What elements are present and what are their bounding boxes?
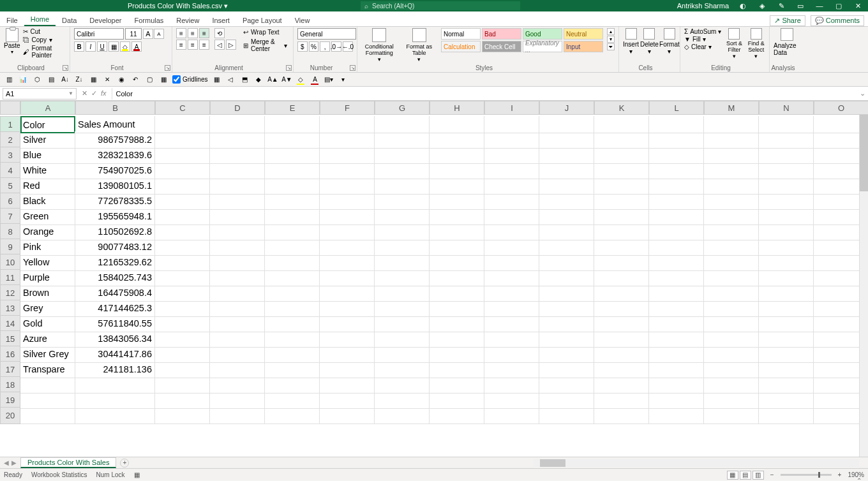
qat-btn-8[interactable]: ✕ xyxy=(102,75,112,85)
tab-file[interactable]: File xyxy=(0,15,24,26)
qat-btn-15[interactable]: ⬒ xyxy=(239,75,250,85)
cell[interactable] xyxy=(210,284,265,302)
delete-cells-button[interactable]: Delete▾ xyxy=(640,28,659,55)
percent-button[interactable]: % xyxy=(309,41,319,52)
cell[interactable] xyxy=(594,147,649,164)
cell[interactable] xyxy=(539,376,594,394)
conditional-formatting-button[interactable]: Conditional Formatting ▾ xyxy=(361,28,398,63)
cell[interactable] xyxy=(375,208,430,225)
clear-button[interactable]: ◇Clear ▾ xyxy=(684,43,721,50)
formula-input[interactable]: Color xyxy=(112,88,857,99)
cell[interactable] xyxy=(649,284,704,302)
style-explanatory[interactable]: Explanatory ... xyxy=(523,41,562,52)
style-bad[interactable]: Bad xyxy=(482,28,521,40)
align-bottom-button[interactable]: ≡ xyxy=(199,28,209,38)
cell[interactable] xyxy=(155,407,210,424)
cell[interactable] xyxy=(539,392,594,409)
cell[interactable] xyxy=(704,147,759,164)
cell[interactable] xyxy=(375,254,430,271)
cell[interactable] xyxy=(155,361,210,378)
cell[interactable] xyxy=(759,177,814,195)
cell[interactable] xyxy=(210,147,265,164)
col-header-I[interactable]: I xyxy=(484,101,539,115)
cell[interactable] xyxy=(759,208,814,225)
cell[interactable] xyxy=(649,193,704,210)
cell[interactable] xyxy=(375,346,430,363)
cell[interactable] xyxy=(759,239,814,256)
row-header-1[interactable]: 1 xyxy=(0,116,20,133)
cell[interactable] xyxy=(320,116,375,133)
qat-btn-19[interactable]: ▤▾ xyxy=(324,75,334,85)
cell[interactable] xyxy=(649,239,704,256)
cell[interactable]: Sales Amount xyxy=(75,116,155,133)
cell[interactable]: Azure xyxy=(20,330,75,348)
cancel-formula-button[interactable]: ✕ xyxy=(82,89,87,98)
comma-button[interactable]: , xyxy=(320,41,330,52)
zoom-in-button[interactable]: + xyxy=(838,471,842,478)
cell[interactable] xyxy=(265,330,320,348)
cell[interactable] xyxy=(594,315,649,332)
insert-cells-button[interactable]: Insert▾ xyxy=(623,28,639,55)
tab-formulas[interactable]: Formulas xyxy=(128,15,170,26)
cell[interactable] xyxy=(430,131,484,149)
cell[interactable]: 12165329.62 xyxy=(75,254,155,271)
cell[interactable] xyxy=(594,361,649,378)
cell[interactable] xyxy=(704,330,759,348)
cell[interactable] xyxy=(375,376,430,394)
gallery-more-button[interactable]: ⏷ xyxy=(607,43,615,50)
cell[interactable] xyxy=(430,254,484,271)
cell[interactable] xyxy=(210,315,265,332)
accept-formula-button[interactable]: ✓ xyxy=(91,89,97,98)
dec-decimal-button[interactable]: ←.0 xyxy=(343,41,353,52)
cell[interactable] xyxy=(155,392,210,409)
cell[interactable] xyxy=(539,361,594,378)
cell[interactable] xyxy=(704,361,759,378)
cell[interactable]: Orange xyxy=(20,223,75,240)
tab-insert[interactable]: Insert xyxy=(206,15,236,26)
ribbon-mode-icon[interactable]: ▭ xyxy=(795,1,805,11)
cell[interactable] xyxy=(375,131,430,149)
cell[interactable] xyxy=(594,193,649,210)
cell[interactable]: 90077483.12 xyxy=(75,239,155,256)
cell[interactable] xyxy=(210,300,265,317)
cell[interactable] xyxy=(759,330,814,348)
style-input[interactable]: Input xyxy=(564,41,603,52)
cell[interactable]: Yellow xyxy=(20,254,75,271)
cell[interactable] xyxy=(265,284,320,302)
cell[interactable] xyxy=(704,131,759,149)
cell[interactable] xyxy=(210,162,265,179)
col-header-J[interactable]: J xyxy=(539,101,594,115)
fill-button[interactable]: ▼Fill ▾ xyxy=(684,36,721,43)
col-header-F[interactable]: F xyxy=(320,101,375,115)
cell[interactable] xyxy=(210,254,265,271)
cell[interactable] xyxy=(375,392,430,409)
col-header-M[interactable]: M xyxy=(704,101,759,115)
cell[interactable]: 57611840.55 xyxy=(75,315,155,332)
tab-review[interactable]: Review xyxy=(170,15,206,26)
currency-button[interactable]: $ xyxy=(297,41,308,52)
col-header-H[interactable]: H xyxy=(430,101,484,115)
cell[interactable] xyxy=(759,300,814,317)
cell[interactable] xyxy=(320,376,375,394)
cell[interactable] xyxy=(265,239,320,256)
sort-filter-button[interactable]: Sort & Filter ▾ xyxy=(725,28,743,59)
cell[interactable] xyxy=(704,269,759,286)
cell[interactable] xyxy=(210,131,265,149)
cell[interactable]: 986757988.2 xyxy=(75,131,155,149)
cell[interactable] xyxy=(210,193,265,210)
cell[interactable] xyxy=(320,208,375,225)
cell[interactable] xyxy=(430,162,484,179)
cell[interactable] xyxy=(375,223,430,240)
add-sheet-button[interactable]: + xyxy=(120,459,129,468)
cell[interactable] xyxy=(210,330,265,348)
row-header-20[interactable]: 20 xyxy=(0,407,20,424)
expand-formula-bar-button[interactable]: ⌄ xyxy=(857,89,868,98)
cell[interactable]: 328321839.6 xyxy=(75,147,155,164)
cell[interactable] xyxy=(210,392,265,409)
cell[interactable] xyxy=(430,147,484,164)
qat-btn-9[interactable]: ◉ xyxy=(116,75,126,85)
qat-btn-4[interactable]: ▤ xyxy=(46,75,56,85)
cell[interactable] xyxy=(704,392,759,409)
cell[interactable] xyxy=(320,223,375,240)
cell[interactable] xyxy=(265,392,320,409)
